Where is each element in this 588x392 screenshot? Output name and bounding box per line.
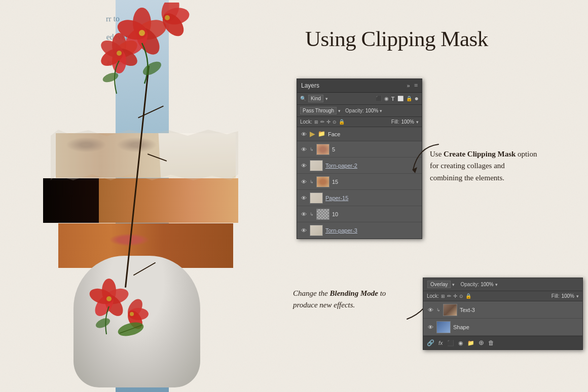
svg-point-17	[141, 59, 164, 77]
shape-icon: ⬜	[397, 96, 403, 101]
svg-point-29	[94, 316, 112, 330]
desc-prefix: Use	[430, 150, 444, 158]
layer-row-torn-paper-2[interactable]: 👁 Torn-paper-2	[297, 158, 422, 174]
thumb-tp2	[310, 160, 323, 171]
eye-icon-p15[interactable]: 👁	[300, 195, 307, 201]
layer-row-face[interactable]: 👁 ▶ 📁 Face	[297, 127, 422, 141]
overlay-layer-text3[interactable]: 👁 ↳ Text-3	[423, 301, 582, 319]
type-icon: T	[391, 96, 395, 102]
ol-lock-move: ✛	[453, 293, 457, 299]
thumb-10	[316, 209, 329, 220]
svg-point-28	[130, 312, 134, 316]
overlay-fill-label: Fill:	[552, 293, 560, 299]
layers-panel-title: Layers	[301, 82, 319, 89]
lock-label: Lock:	[300, 119, 312, 125]
desc-bold: Create Clipping Mask	[444, 150, 516, 158]
flowers-top-svg	[71, 3, 218, 137]
clipping-mask-description: Use Create Clipping Mask option for crea…	[430, 148, 539, 184]
layer-row-paper-15[interactable]: 👁 Paper-15	[297, 190, 422, 206]
overlay-fill-value: 100%	[561, 293, 574, 299]
opacity-chevron: ▾	[380, 108, 382, 113]
layer-row-15[interactable]: 👁 ↳ 15	[297, 174, 422, 190]
fill-value: 100%	[401, 119, 414, 125]
eye-icon-tp2[interactable]: 👁	[300, 163, 307, 169]
blend-mode-dropdown[interactable]: Pass Through	[300, 107, 337, 114]
footer-link-icon[interactable]: 🔗	[427, 339, 434, 347]
blend-chevron: ▾	[338, 108, 341, 113]
eye-icon-face[interactable]: 👁	[300, 131, 307, 137]
layer-row-10[interactable]: 👁 ↳ 10	[297, 206, 422, 222]
fill-label: Fill:	[391, 119, 399, 125]
circle-icon: ●	[415, 95, 419, 102]
overlay-opacity-label: Opacity:	[460, 282, 479, 287]
ol-lock-paint: ✏	[447, 293, 451, 299]
clip-indent-15: ↳	[310, 179, 314, 184]
clip-indent-10: ↳	[310, 212, 314, 217]
smartobj-icon: 🔒	[406, 96, 412, 101]
footer-mask-icon[interactable]: ⬛	[447, 340, 454, 346]
svg-point-12	[117, 51, 122, 56]
layer-name-shape: Shape	[453, 324, 469, 330]
overlay-panel: Overlay ▾ Opacity: 100% ▾ Lock: ⊞ ✏ ✛ ⊙ …	[423, 278, 583, 350]
overlay-opacity-value: 100%	[481, 282, 494, 287]
overlay-blend-dropdown[interactable]: Overlay	[427, 281, 451, 288]
page-title: Using Clipping Mask	[305, 26, 488, 51]
eye-icon-tp3[interactable]: 👁	[300, 227, 307, 233]
layer-name-face: Face	[328, 131, 340, 137]
layer-name-p15: Paper-15	[325, 195, 348, 201]
torn-paper-overlay-1	[51, 130, 238, 180]
layer-name-10: 10	[332, 211, 338, 217]
overlay-blend-bar: Overlay ▾ Opacity: 100% ▾	[423, 278, 582, 291]
opacity-value: 100%	[365, 108, 379, 113]
eye-icon-text3[interactable]: 👁	[427, 307, 434, 313]
footer-new-icon[interactable]: ⊕	[479, 339, 484, 347]
overlay-lock-label: Lock:	[427, 293, 439, 299]
eye-icon-15[interactable]: 👁	[300, 179, 307, 185]
thumb-15	[316, 176, 329, 187]
layer-name-15: 15	[332, 179, 338, 185]
footer-adj-icon[interactable]: ◉	[458, 340, 463, 346]
clip-indent-5: ↳	[310, 147, 314, 152]
panel-menu-icon: ≡	[414, 82, 418, 90]
eye-icon-shape[interactable]: 👁	[427, 324, 434, 330]
right-content: Using Clipping Mask Layers » ≡ 🔍 Kind ▾ …	[289, 0, 588, 392]
layer-row-torn-paper-3[interactable]: 👁 Torn-paper-3	[297, 222, 422, 239]
footer-trash-icon[interactable]: 🗑	[488, 339, 494, 347]
layers-kind-toolbar: 🔍 Kind ▾ ⬛ ◉ T ⬜ 🔒 ●	[297, 93, 422, 105]
eye-icon-5[interactable]: 👁	[300, 146, 307, 152]
ol-lock-all: 🔒	[465, 293, 471, 299]
lock-artboard-icon: ⊙	[333, 120, 337, 125]
overlay-fill-chevron: ▾	[576, 294, 579, 299]
branch-leaf	[116, 319, 146, 339]
blend-bold: Blending Mode	[330, 289, 378, 297]
layers-panel: Layers » ≡ 🔍 Kind ▾ ⬛ ◉ T ⬜ 🔒 ● Pass Thr…	[297, 79, 422, 239]
overlay-layer-shape[interactable]: 👁 Shape	[423, 319, 582, 336]
blend-mode-description: Change the Blending Mode to produce new …	[293, 288, 405, 311]
opacity-label: Opacity:	[345, 108, 364, 113]
clip-indent-text3: ↳	[436, 307, 440, 312]
layer-name-tp3: Torn-paper-3	[325, 227, 357, 233]
svg-point-5	[139, 30, 145, 36]
overlay-blend-chevron: ▾	[452, 282, 455, 287]
eye-icon-10[interactable]: 👁	[300, 211, 307, 217]
lock-paint-icon: ✏	[320, 119, 324, 125]
svg-marker-31	[412, 167, 417, 173]
footer-group-icon[interactable]: 📁	[467, 340, 474, 346]
blend-prefix: Change the	[293, 289, 330, 297]
thumb-text3	[443, 304, 457, 316]
svg-point-16	[165, 15, 170, 20]
overlay-panel-footer: 🔗 fx ⬛ ◉ 📁 ⊕ 🗑	[423, 336, 582, 349]
search-icon: 🔍	[300, 96, 306, 101]
lock-pixel-icon: ⊞	[314, 120, 318, 125]
thumb-shape	[436, 321, 451, 333]
thumb-p15	[310, 192, 323, 204]
lock-all-icon: 🔒	[339, 119, 345, 125]
layer-name-text3: Text-3	[460, 307, 475, 313]
expand-icon: »	[407, 83, 410, 89]
footer-fx-icon[interactable]: fx	[438, 340, 443, 346]
thumb-tp3	[310, 225, 323, 236]
kind-dropdown[interactable]: Kind	[308, 95, 323, 102]
ol-lock-artboard: ⊙	[459, 294, 463, 299]
layer-row-5[interactable]: 👁 ↳ 5	[297, 141, 422, 158]
lock-move-icon: ✛	[326, 119, 330, 125]
